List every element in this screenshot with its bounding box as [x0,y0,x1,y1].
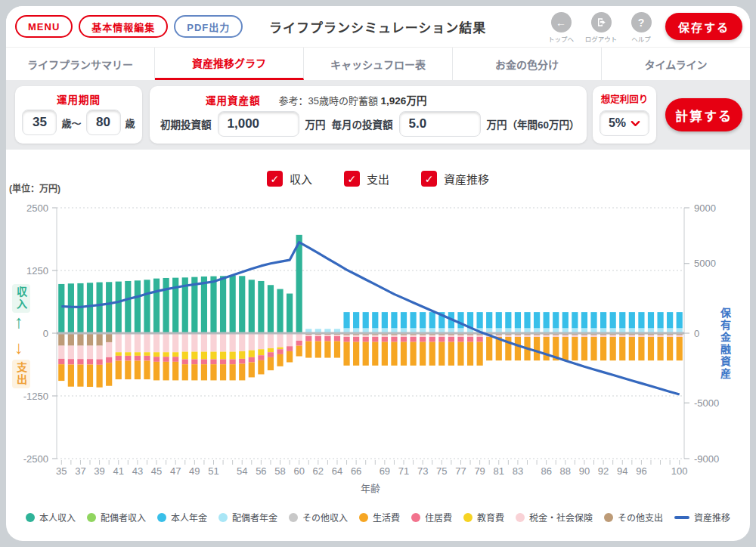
svg-text:73: 73 [417,465,428,477]
monthly-investment-unit: 万円（年間60万円） [487,116,580,131]
svg-text:年齢: 年齢 [361,483,380,494]
initial-investment-input[interactable] [218,111,299,137]
tab-asset-graph[interactable]: 資産推移グラフ [155,48,304,80]
logout-link[interactable]: ログアウト [584,12,618,43]
chart-legend: 本人収入配偶者収入本人年金配偶者年金その他収入生活費住居費教育費税金・社会保険そ… [6,511,750,524]
legend-dot-swatch [87,513,96,522]
legend-item: その他支出 [604,511,663,524]
svg-text:79: 79 [474,465,485,477]
svg-text:62: 62 [313,465,324,477]
svg-text:0: 0 [43,328,48,339]
help-link-label: ヘルプ [624,34,658,43]
svg-text:100: 100 [671,465,688,477]
help-link[interactable]: ? ヘルプ [624,12,658,43]
right-axis-label: 保有金融資産 [716,305,734,382]
calculate-button[interactable]: 計算する [665,98,742,131]
simulation-controls: 運用期間 歳～ 歳 運用資産額 参考：35歳時の貯蓄額 1,926万円 [6,80,750,150]
svg-text:88: 88 [560,465,571,477]
legend-dot-swatch [359,513,368,522]
legend-label: その他収入 [302,511,348,524]
svg-text:69: 69 [380,465,390,477]
menu-button[interactable]: MENU [15,15,73,38]
help-icon[interactable]: ? [631,12,652,32]
legend-item: 本人年金 [157,511,207,524]
chevron-down-icon [631,120,640,127]
legend-item: 住居費 [411,511,452,524]
svg-text:2500: 2500 [26,202,48,214]
period-from-input[interactable] [22,110,57,135]
svg-text:58: 58 [274,465,285,477]
svg-text:45: 45 [151,465,162,477]
legend-dot-swatch [411,513,420,522]
save-button[interactable]: 保存する [665,13,742,40]
svg-text:43: 43 [132,465,143,477]
asset-card: 運用資産額 参考：35歳時の貯蓄額 1,926万円 初期投資額 万円 毎月の投資… [150,86,587,144]
legend-dot-swatch [218,513,228,522]
svg-text:86: 86 [541,465,551,477]
page-background: MENU 基本情報編集 PDF出力 ライフプランシミュレーション結果 ← トップ… [0,0,756,547]
tab-cashflow-table[interactable]: キャッシュフロー表 [304,48,453,80]
svg-text:-1250: -1250 [23,391,48,402]
legend-label: 生活費 [373,511,400,524]
svg-text:-9000: -9000 [694,453,719,465]
legend-label: 配偶者収入 [101,511,146,524]
tab-timeline[interactable]: タイムライン [602,48,750,80]
svg-text:41: 41 [113,465,124,477]
monthly-investment-label: 毎月の投資額 [332,116,393,131]
svg-text:77: 77 [455,465,466,477]
legend-dot-swatch [463,513,472,522]
svg-text:35: 35 [56,465,67,477]
svg-text:90: 90 [579,465,590,477]
svg-text:47: 47 [170,465,181,477]
legend-item: 配偶者収入 [87,511,146,524]
svg-text:5000: 5000 [694,258,716,269]
back-arrow-icon[interactable]: ← [551,12,572,32]
asset-input-row: 初期投資額 万円 毎月の投資額 万円（年間60万円） [150,111,587,137]
tab-bar: ライフプランサマリー 資産推移グラフ キャッシュフロー表 お金の色分け タイムラ… [6,47,750,80]
basic-info-edit-button[interactable]: 基本情報編集 [79,15,168,38]
legend-label: 税金・社会保険 [529,511,593,524]
app-header: MENU 基本情報編集 PDF出力 ライフプランシミュレーション結果 ← トップ… [6,6,750,47]
reference-savings-text: 参考：35歳時の貯蓄額 1,926万円 [279,92,427,107]
svg-text:71: 71 [398,465,409,477]
svg-text:1250: 1250 [26,265,48,277]
legend-item: 生活費 [359,511,400,524]
svg-text:9000: 9000 [694,202,716,214]
top-link[interactable]: ← トップへ [544,12,578,43]
period-between-unit: 歳～ [61,116,81,130]
period-row: 歳～ 歳 [15,110,142,135]
yield-select[interactable]: 5% [600,110,649,136]
svg-text:-5000: -5000 [694,397,719,409]
legend-item: 税金・社会保険 [516,511,593,524]
legend-line-swatch [674,516,689,519]
svg-text:60: 60 [293,465,304,477]
asset-transition-chart: 250012500-1250-2500900050000-5000-900035… [6,150,750,541]
top-link-label: トップへ [544,34,578,43]
legend-item: 本人収入 [26,511,76,524]
period-to-input[interactable] [86,110,121,135]
legend-label: 本人年金 [171,511,207,524]
tab-lifeplan-summary[interactable]: ライフプランサマリー [6,48,155,80]
svg-text:54: 54 [237,465,247,477]
legend-label: 住居費 [425,511,452,524]
logout-icon[interactable] [591,12,612,32]
legend-dot-swatch [289,513,298,522]
legend-item: 資産推移 [674,511,730,524]
pdf-output-button[interactable]: PDF出力 [174,15,243,38]
period-label: 運用期間 [15,91,142,107]
logout-link-label: ログアウト [584,34,618,43]
yield-label: 想定利回り [593,91,656,106]
legend-dot-swatch [604,513,613,522]
initial-investment-unit: 万円 [305,116,326,131]
monthly-investment-input[interactable] [399,111,481,137]
legend-label: その他支出 [618,511,663,524]
legend-dot-swatch [157,513,166,522]
income-axis-label: 収入 [12,284,30,313]
svg-text:75: 75 [436,465,447,477]
asset-label: 運用資産額 [206,92,261,107]
svg-text:96: 96 [636,465,646,477]
svg-text:56: 56 [256,465,266,477]
legend-item: 配偶者年金 [218,511,277,524]
svg-text:92: 92 [598,465,609,477]
tab-money-coloring[interactable]: お金の色分け [453,48,602,80]
